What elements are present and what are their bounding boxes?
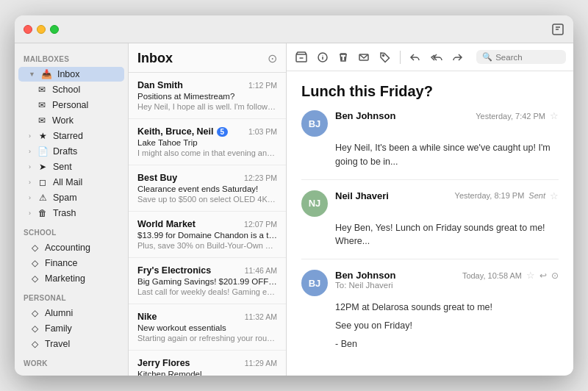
school-mailbox-label: School	[52, 85, 80, 95]
sidebar-item-alumni[interactable]: ◇ Alumni	[18, 306, 124, 320]
message-list-title: Inbox	[137, 51, 173, 66]
reply-icon-3[interactable]: ↩	[539, 270, 547, 281]
msg-subject-6: New workout essentials	[137, 323, 277, 332]
inbox-icon: 📥	[41, 69, 53, 79]
delete-button[interactable]	[336, 49, 351, 65]
marketing-label: Marketing	[45, 273, 85, 284]
avatar-ben-1: BJ	[301, 110, 328, 137]
msg-preview-3: Save up to $500 on select OLED 4K TVs!	[137, 195, 277, 204]
thread-sender-1: Ben Johnson	[335, 110, 395, 121]
personal-mailbox-label: Personal	[52, 100, 88, 110]
reply-all-button[interactable]	[429, 49, 443, 65]
thread-message-1: BJ Ben Johnson Yesterday, 7:42 PM ☆	[301, 110, 559, 169]
school-section-label: School	[15, 221, 128, 240]
allmail-label: All Mail	[53, 177, 82, 187]
msg-subject-7: Kitchen Remodel	[137, 370, 277, 376]
msg-sender-2: Keith, Bruce, Neil	[137, 126, 214, 137]
star-3[interactable]: ☆	[526, 270, 535, 281]
msg-subject-2: Lake Tahoe Trip	[137, 138, 277, 147]
msg-subject-4: $13.99 for Domaine Chandon is a toas...	[137, 231, 277, 240]
personal-section-label: Personal	[15, 287, 128, 305]
sidebar-item-inbox[interactable]: ▼ 📥 Inbox	[18, 67, 124, 82]
detail-pane: 🔍 Lunch this Friday? BJ Ben Johnson	[287, 43, 573, 376]
message-item-7[interactable]: Jerry Flores 11:29 AM Kitchen Remodel Ne…	[129, 351, 286, 376]
accounting-label: Accounting	[45, 243, 90, 253]
msg-sender-1: Dan Smith	[137, 80, 183, 90]
starred-icon: ★	[37, 131, 49, 141]
thread-sender-3: Ben Johnson	[335, 270, 395, 281]
reply-back-button[interactable]	[408, 49, 423, 65]
thread-time-1: Yesterday, 7:42 PM	[476, 112, 545, 121]
travel-icon: ◇	[29, 339, 40, 349]
msg-subject-5: Big Gaming Savings! $201.99 OFF NVI...	[137, 277, 277, 286]
sent-icon: ➤	[37, 162, 49, 172]
avatar-neil-2: NJ	[301, 190, 328, 217]
msg-preview-6: Starting again or refreshing your routin…	[137, 334, 277, 342]
family-label: Family	[45, 323, 72, 334]
maximize-button[interactable]	[50, 25, 59, 34]
msg-subject-3: Clearance event ends Saturday!	[137, 184, 277, 193]
spam-label: Spam	[53, 193, 77, 203]
sidebar-item-travel[interactable]: ◇ Travel	[18, 337, 124, 351]
sidebar-item-trash[interactable]: › 🗑 Trash	[18, 206, 124, 220]
trash-chevron: ›	[29, 209, 31, 217]
msg-subject-1: Positions at Mimestream?	[137, 92, 277, 101]
sidebar-item-marketing[interactable]: ◇ Marketing	[18, 271, 124, 286]
toolbar-separator-1	[400, 51, 401, 64]
sidebar-item-drafts[interactable]: › 📄 Drafts	[18, 144, 124, 159]
sidebar-item-sent[interactable]: › ➤ Sent	[18, 159, 124, 174]
message-item-3[interactable]: Best Buy 12:23 PM Clearance event ends S…	[129, 165, 286, 212]
minimize-button[interactable]	[37, 25, 46, 34]
travel-label: Travel	[45, 339, 70, 349]
msg-time-4: 12:07 PM	[244, 220, 277, 229]
thread-msg-meta-2: Neil Jhaveri Yesterday, 8:19 PM Sent ☆	[335, 190, 559, 201]
accounting-icon: ◇	[29, 243, 40, 253]
sidebar-item-starred[interactable]: › ★ Starred	[18, 129, 124, 143]
forward-button[interactable]	[450, 49, 465, 65]
alumni-label: Alumni	[45, 308, 73, 318]
sidebar-item-accounting[interactable]: ◇ Accounting	[18, 240, 124, 255]
drafts-icon: 📄	[37, 146, 49, 157]
trash-icon: 🗑	[37, 208, 49, 218]
detail-content: Lunch this Friday? BJ Ben Johnson Yester…	[287, 71, 573, 376]
starred-label: Starred	[53, 131, 83, 141]
more-icon-3[interactable]: ⊙	[551, 270, 559, 281]
msg-time-5: 11:46 AM	[245, 266, 277, 275]
personal-mailbox-icon: ✉	[36, 100, 48, 110]
filter-icon[interactable]: ⊙	[268, 51, 277, 65]
msg-preview-4: Plus, save 30% on Build-Your-Own Gift B.…	[137, 241, 277, 250]
sent-chevron: ›	[29, 163, 31, 171]
thread-message-3: BJ Ben Johnson Today, 10:58 AM ☆ ↩ ⊙	[301, 270, 559, 351]
info-button[interactable]	[315, 49, 329, 65]
sidebar-item-allmail[interactable]: › ◻ All Mail	[18, 175, 124, 190]
main-content: Mailboxes ▼ 📥 Inbox ✉ School ✉ Personal …	[15, 43, 573, 376]
thread-body-1: Hey Neil, It's been a while since we've …	[335, 141, 559, 169]
search-input[interactable]	[495, 53, 560, 62]
sidebar-item-school[interactable]: ✉ School	[18, 82, 124, 97]
message-item-5[interactable]: Fry's Electronics 11:46 AM Big Gaming Sa…	[129, 258, 286, 304]
msg-time-6: 11:32 AM	[245, 312, 277, 321]
sent-label: Sent	[53, 162, 72, 172]
sidebar-item-spam[interactable]: › ⚠ Spam	[18, 190, 124, 205]
message-item-2[interactable]: Keith, Bruce, Neil 5 1:03 PM Lake Tahoe …	[129, 119, 286, 165]
sidebar-item-family[interactable]: ◇ Family	[18, 321, 124, 336]
message-item-1[interactable]: Dan Smith 1:12 PM Positions at Mimestrea…	[129, 73, 286, 119]
spam-chevron: ›	[29, 194, 31, 201]
message-list: Inbox ⊙ Dan Smith 1:12 PM Positions at M…	[129, 43, 287, 376]
star-2[interactable]: ☆	[550, 190, 559, 201]
message-item-4[interactable]: World Market 12:07 PM $13.99 for Domaine…	[129, 212, 286, 258]
close-button[interactable]	[24, 25, 32, 34]
star-1[interactable]: ☆	[550, 110, 559, 121]
sidebar-item-personal[interactable]: ✉ Personal	[18, 98, 124, 112]
thread-time-3: Today, 10:58 AM	[462, 271, 522, 280]
compose-icon[interactable]	[551, 23, 564, 36]
thread-divider-1	[301, 179, 559, 180]
allmail-icon: ◻	[37, 177, 49, 187]
sidebar-item-work[interactable]: ✉ Work	[18, 113, 124, 128]
sidebar-item-finance[interactable]: ◇ Finance	[18, 256, 124, 270]
mark-unread-button[interactable]	[356, 49, 371, 65]
tag-button[interactable]	[378, 49, 392, 65]
archive-button[interactable]	[294, 49, 309, 65]
work-mailbox-icon: ✉	[36, 115, 48, 126]
message-item-6[interactable]: Nike 11:32 AM New workout essentials Sta…	[129, 304, 286, 351]
